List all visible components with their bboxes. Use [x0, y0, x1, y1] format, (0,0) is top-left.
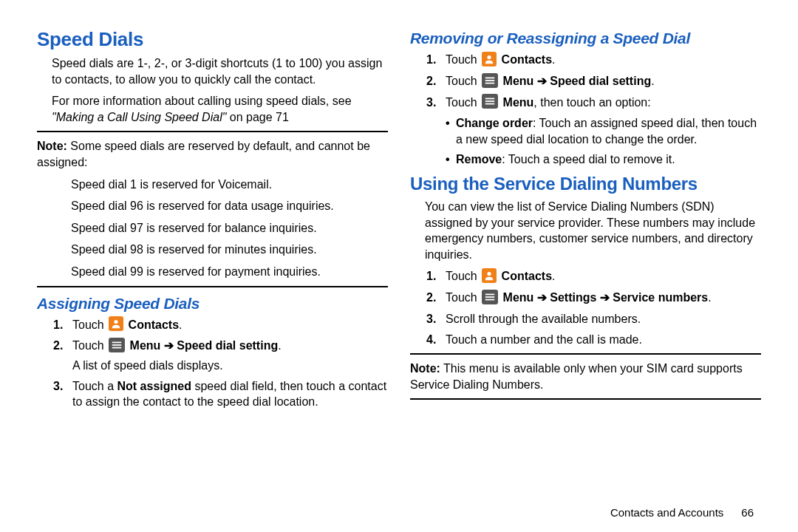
arrow-icon: ➔: [537, 291, 547, 304]
menu-label: Menu: [499, 75, 537, 87]
svg-rect-8: [485, 98, 494, 100]
heading-service-dialing: Using the Service Dialing Numbers: [410, 174, 761, 194]
page: Speed Dials Speed dials are 1-, 2-, or 3…: [0, 0, 798, 422]
step-1: 1. Touch Contacts.: [53, 317, 388, 334]
svg-rect-6: [485, 80, 494, 81]
step-text: Touch a number and the call is made.: [446, 333, 642, 346]
bullet-change-order: Change order: Touch an assigned speed di…: [446, 115, 761, 147]
note-label: Note:: [37, 140, 67, 152]
bullet-remove: Remove: Touch a speed dial to remove it.: [446, 151, 761, 168]
note-line-1: Speed dial 1 is reserved for Voicemail.: [37, 177, 388, 193]
speed-dials-xref: For more information about calling using…: [37, 93, 388, 125]
step-subtext: A list of speed dials displays.: [72, 358, 388, 374]
not-assigned-label: Not assigned: [117, 380, 191, 392]
xref-tail: on page 71: [226, 111, 289, 123]
step-2: 2. Touch Menu ➔ Settings ➔ Service numbe…: [426, 290, 761, 307]
svg-rect-14: [485, 299, 494, 301]
left-column: Speed Dials Speed dials are 1-, 2-, or 3…: [37, 22, 388, 415]
divider: [37, 286, 388, 287]
contacts-icon: [482, 52, 497, 66]
bullet-label: Change order: [456, 117, 533, 129]
note-text: This menu is available only when your SI…: [410, 362, 743, 391]
arrow-icon: ➔: [164, 339, 174, 352]
svg-rect-9: [485, 100, 494, 102]
xref-title: "Making a Call Using Speed Dial": [52, 111, 226, 123]
svg-rect-1: [112, 342, 121, 344]
step-text-tail: , then touch an option:: [533, 96, 650, 109]
step-text: Touch: [72, 339, 107, 352]
step-text: Scroll through the available numbers.: [446, 313, 641, 325]
step-2: 2. Touch Menu ➔ Speed dial setting.: [426, 73, 761, 90]
xref-lead: For more information about calling using…: [52, 95, 352, 107]
assigning-steps: 1. Touch Contacts. 2. Touch Menu ➔ Speed…: [37, 317, 388, 410]
note-reserved: Note: Some speed dials are reserved by d…: [37, 138, 388, 170]
divider: [410, 353, 761, 355]
divider: [410, 398, 761, 400]
bullet-text: : Touch a speed dial to remove it.: [502, 153, 675, 166]
settings-label: Settings: [547, 291, 600, 304]
svg-rect-12: [485, 294, 494, 296]
speed-dial-setting-label: Speed dial setting: [174, 339, 278, 352]
menu-label: Menu: [499, 96, 533, 109]
right-column: Removing or Reassigning a Speed Dial 1. …: [410, 22, 761, 415]
step-3: 3.Scroll through the available numbers.: [426, 311, 761, 327]
option-bullets: Change order: Touch an assigned speed di…: [410, 115, 761, 168]
page-footer: Contacts and Accounts66: [610, 506, 754, 519]
heading-removing-reassigning: Removing or Reassigning a Speed Dial: [410, 30, 761, 47]
svg-point-11: [488, 272, 491, 276]
heading-speed-dials: Speed Dials: [37, 28, 388, 51]
step-dot: .: [278, 339, 281, 352]
sdn-steps: 1. Touch Contacts. 2. Touch Menu ➔ Setti…: [410, 268, 761, 347]
menu-icon: [482, 290, 498, 304]
note-line-3: Speed dial 97 is reserved for balance in…: [37, 220, 388, 236]
menu-icon: [482, 94, 498, 109]
step-3: 3. Touch a Not assigned speed dial field…: [53, 378, 388, 410]
contacts-icon: [482, 268, 497, 283]
step-dot: .: [552, 53, 555, 66]
sdn-description: You can view the list of Service Dialing…: [410, 199, 761, 262]
step-dot: .: [708, 291, 711, 304]
svg-rect-2: [112, 344, 121, 346]
arrow-icon: ➔: [600, 291, 610, 304]
note-intro-text: Some speed dials are reserved by default…: [37, 140, 370, 168]
service-numbers-label: Service numbers: [610, 291, 708, 304]
step-text: Touch: [446, 291, 480, 304]
note-label: Note:: [410, 362, 440, 375]
contacts-label: Contacts: [125, 318, 179, 331]
svg-rect-5: [485, 77, 494, 78]
svg-rect-7: [485, 82, 494, 83]
menu-icon: [482, 73, 498, 88]
step-text: Touch: [446, 270, 480, 282]
footer-section: Contacts and Accounts: [610, 506, 723, 519]
menu-label: Menu: [499, 291, 537, 304]
step-text: Touch: [446, 75, 480, 87]
svg-rect-3: [112, 347, 121, 349]
svg-point-4: [488, 55, 491, 59]
note-line-2: Speed dial 96 is reserved for data usage…: [37, 198, 388, 214]
contacts-icon: [109, 316, 123, 331]
step-1: 1. Touch Contacts.: [426, 268, 761, 285]
step-text: Touch: [72, 318, 107, 331]
bullet-label: Remove: [456, 153, 502, 166]
step-4: 4.Touch a number and the call is made.: [426, 332, 761, 348]
note-line-5: Speed dial 99 is reserved for payment in…: [37, 264, 388, 280]
menu-icon: [109, 338, 125, 352]
step-text: Touch: [446, 53, 480, 66]
svg-rect-13: [485, 296, 494, 298]
svg-point-0: [115, 320, 118, 324]
divider: [37, 131, 388, 132]
speed-dials-intro: Speed dials are 1-, 2-, or 3-digit short…: [37, 55, 388, 87]
step-dot: .: [552, 270, 555, 282]
heading-assigning-speed-dials: Assigning Speed Dials: [37, 295, 388, 313]
step-dot: .: [179, 318, 182, 331]
contacts-label: Contacts: [498, 53, 552, 66]
step-1: 1. Touch Contacts.: [426, 52, 761, 69]
step-dot: .: [651, 75, 654, 87]
arrow-icon: ➔: [537, 75, 547, 87]
footer-page-number: 66: [741, 506, 754, 519]
note-sdn: Note: This menu is available only when y…: [410, 361, 761, 392]
menu-label: Menu: [126, 339, 164, 352]
contacts-label: Contacts: [498, 270, 552, 282]
step-2: 2. Touch Menu ➔ Speed dial setting. A li…: [53, 338, 388, 373]
svg-rect-10: [485, 103, 494, 105]
